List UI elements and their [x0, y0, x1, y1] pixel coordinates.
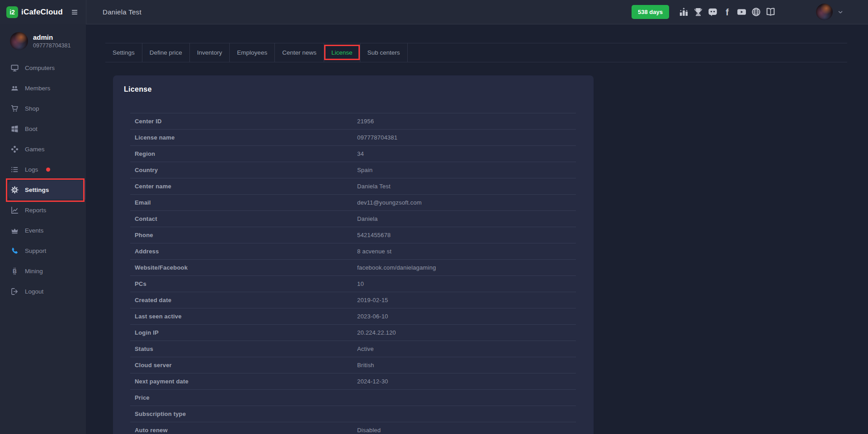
sidebar-item-logs[interactable]: Logs	[0, 159, 86, 180]
sidebar-item-computers[interactable]: Computers	[0, 58, 86, 78]
row-value: 2023-06-10	[357, 313, 388, 320]
row-label: Login IP	[135, 329, 357, 336]
user-license-id: 097778704381	[33, 42, 71, 49]
facebook-icon[interactable]: f	[722, 7, 732, 17]
row-label: Contact	[135, 215, 357, 222]
sidebar-item-label: Logout	[25, 288, 43, 295]
leaderboard-icon[interactable]	[679, 7, 689, 17]
app-logo[interactable]: i2 iCafeCloud	[6, 6, 63, 18]
license-row-pcs: PCs10	[130, 276, 576, 292]
tab-employees[interactable]: Employees	[230, 43, 275, 62]
row-label: Phone	[135, 232, 357, 238]
topbar-icons: f	[679, 7, 775, 17]
sidebar-item-label: Members	[25, 85, 50, 92]
row-value: 5421455678	[357, 232, 391, 238]
sidebar-item-label: Events	[25, 227, 43, 234]
sidebar-item-members[interactable]: Members	[0, 78, 86, 98]
license-row-next-payment-date: Next payment date2024-12-30	[130, 373, 576, 390]
sidebar-item-label: Logs	[25, 166, 38, 173]
gear-icon	[11, 186, 19, 194]
row-value: Disabled	[357, 427, 381, 434]
topbar-main: Daniela Test 538 days f	[86, 0, 868, 24]
days-remaining-badge[interactable]: 538 days	[632, 5, 669, 19]
row-label: Next payment date	[135, 378, 357, 385]
hamburger-menu-icon[interactable]	[71, 9, 79, 15]
user-name: admin	[33, 33, 71, 41]
license-row-last-seen-active: Last seen active2023-06-10	[130, 308, 576, 325]
sidebar-item-reports[interactable]: Reports	[0, 200, 86, 220]
row-value: Active	[357, 345, 374, 352]
sidebar-item-label: Shop	[25, 105, 39, 112]
trophy-icon[interactable]	[693, 7, 703, 17]
row-label: Email	[135, 199, 357, 206]
chart-icon	[11, 206, 19, 214]
notification-dot	[46, 168, 50, 172]
tab-sub-centers[interactable]: Sub centers	[360, 43, 408, 62]
row-value: 2024-12-30	[357, 378, 388, 385]
docs-book-icon[interactable]	[766, 7, 775, 17]
globe-icon[interactable]	[751, 7, 761, 17]
tab-center-news[interactable]: Center news	[275, 43, 324, 62]
license-row-center-id: Center ID21956	[130, 113, 576, 130]
row-value: 10	[357, 280, 364, 287]
sidebar-item-label: Computers	[25, 65, 55, 71]
row-label: Cloud server	[135, 362, 357, 369]
sidebar-item-mining[interactable]: BMining	[0, 261, 86, 281]
row-label: Center name	[135, 183, 357, 190]
tab-license[interactable]: License	[324, 43, 360, 62]
license-row-login-ip: Login IP20.224.22.120	[130, 325, 576, 341]
sidebar-item-games[interactable]: Games	[0, 139, 86, 159]
row-label: License name	[135, 134, 357, 141]
sidebar-item-settings[interactable]: Settings	[0, 180, 86, 200]
row-value: 34	[357, 150, 364, 157]
row-value: 20.224.22.120	[357, 329, 396, 336]
topbar: i2 iCafeCloud Daniela Test 538 days f	[0, 0, 868, 24]
row-label: Last seen active	[135, 313, 357, 320]
discord-icon[interactable]	[708, 7, 717, 17]
sidebar-item-boot[interactable]: Boot	[0, 119, 86, 139]
license-row-country: CountrySpain	[130, 162, 576, 178]
settings-tabs: SettingsDefine priceInventoryEmployeesCe…	[105, 43, 847, 62]
license-row-price: Price	[130, 390, 576, 406]
license-row-status: StatusActive	[130, 341, 576, 357]
license-row-address: Address8 acvenue st	[130, 243, 576, 260]
youtube-icon[interactable]	[737, 7, 746, 17]
license-table: Center ID21956License name097778704381Re…	[130, 113, 576, 434]
monitor-icon	[11, 64, 19, 72]
sidebar: admin 097778704381 ComputersMembersShopB…	[0, 24, 86, 434]
avatar[interactable]	[816, 4, 833, 20]
row-label: Address	[135, 248, 357, 255]
tab-inventory[interactable]: Inventory	[190, 43, 230, 62]
sidebar-menu: ComputersMembersShopBootGamesLogsSetting…	[0, 58, 86, 302]
sidebar-item-logout[interactable]: Logout	[0, 281, 86, 302]
user-avatar[interactable]	[10, 32, 28, 50]
row-label: Created date	[135, 297, 357, 303]
row-label: Status	[135, 345, 357, 352]
row-value: Daniela Test	[357, 183, 391, 190]
tab-define-price[interactable]: Define price	[142, 43, 190, 62]
topbar-actions: 538 days f	[632, 4, 868, 20]
tab-settings[interactable]: Settings	[105, 43, 142, 62]
sidebar-item-label: Boot	[25, 126, 38, 132]
cart-icon	[11, 105, 19, 112]
sidebar-item-label: Mining	[25, 268, 43, 275]
row-value: facebook.com/danielagaming	[357, 264, 436, 271]
svg-text:B: B	[13, 268, 17, 275]
license-row-license-name: License name097778704381	[130, 130, 576, 146]
sidebar-item-label: Settings	[25, 187, 49, 193]
row-label: Center ID	[135, 118, 357, 125]
license-heading: License	[124, 85, 594, 93]
license-row-subscription-type: Subscription type	[130, 406, 576, 422]
license-row-center-name: Center nameDaniela Test	[130, 178, 576, 195]
license-row-contact: ContactDaniela	[130, 211, 576, 227]
sidebar-item-shop[interactable]: Shop	[0, 98, 86, 119]
sidebar-item-label: Support	[25, 247, 46, 254]
sidebar-item-events[interactable]: Events	[0, 220, 86, 241]
sidebar-item-support[interactable]: Support	[0, 241, 86, 261]
crown-icon	[11, 227, 19, 234]
row-value: 21956	[357, 118, 374, 125]
chevron-down-icon[interactable]	[837, 9, 844, 15]
logs-list-icon	[11, 166, 19, 173]
app-logo-icon: i2	[6, 6, 18, 18]
license-row-auto-renew: Auto renewDisabled	[130, 422, 576, 434]
